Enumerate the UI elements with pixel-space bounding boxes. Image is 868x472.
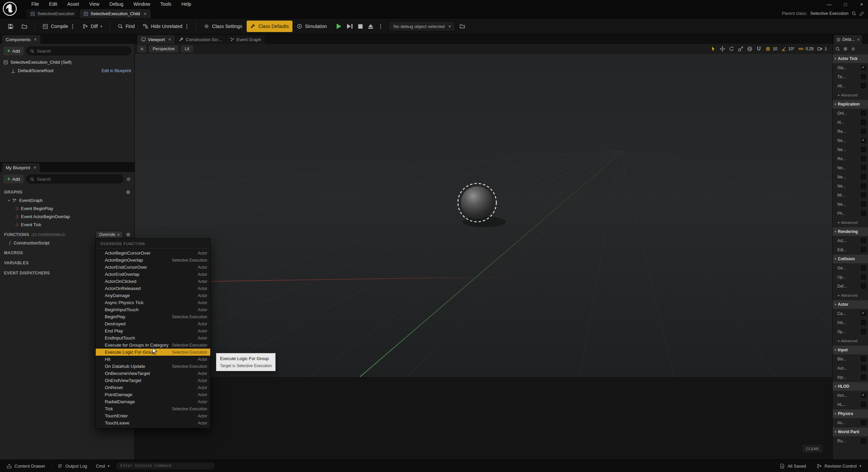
checkbox[interactable]: ✓ [861, 129, 866, 134]
override-dropdown-button[interactable]: Override ▾ [96, 231, 123, 238]
browse-asset-button[interactable] [18, 21, 31, 32]
override-menu-item[interactable]: AnyDamage Actor [96, 292, 210, 299]
details-row[interactable]: ▾ ▸ Sp... ✓ [833, 327, 868, 336]
components-search-input[interactable] [37, 49, 127, 54]
add-function-icon[interactable]: ⊕ [126, 232, 130, 237]
checkbox[interactable]: ✓ [861, 193, 866, 198]
details-row[interactable]: ▾ ▸ Advanced ✓ [833, 218, 868, 227]
revision-control-button[interactable]: Revision Control ▾ [814, 462, 864, 470]
close-icon[interactable]: × [857, 37, 860, 42]
details-row[interactable]: ▾ ▸ Ca... ✓ [833, 309, 868, 318]
edit-in-blueprint-link[interactable]: Edit in Blueprint [101, 68, 131, 73]
caret-down-icon[interactable]: ▾ [8, 199, 10, 202]
details-row[interactable]: ▾ ▸ Incl... ✓ [833, 391, 868, 400]
grid-snap-icon[interactable] [765, 46, 771, 52]
override-menu-item[interactable]: PointDamage Actor [96, 391, 210, 398]
play-button[interactable] [337, 24, 341, 29]
close-icon[interactable]: × [34, 37, 37, 42]
checkbox[interactable]: ✓ [861, 83, 866, 88]
override-menu-item[interactable]: TouchEnter Actor [96, 412, 210, 419]
gear-icon[interactable] [851, 47, 856, 51]
details-row[interactable]: ▾ ▸ Ne... ✓ [833, 181, 868, 190]
details-row[interactable]: ▾ ▸ Tic... ✓ [833, 72, 868, 81]
move-tool-icon[interactable] [720, 46, 725, 52]
details-row[interactable]: ▾ ▸ Ne... ✓ [833, 200, 868, 209]
menu-item[interactable]: View [84, 0, 104, 8]
details-row[interactable]: ▾ ▸ Ne... ✓ [833, 145, 868, 154]
checkbox[interactable]: ✓ [861, 356, 866, 361]
camera-speed-icon[interactable] [817, 46, 823, 52]
checkbox[interactable]: ✓ [861, 365, 866, 371]
tab-viewport[interactable]: Viewport × [137, 35, 175, 44]
blueprint-event-item[interactable]: ◇ Event ActorBeginOverlap [0, 212, 134, 220]
output-log-button[interactable]: Output Log [55, 462, 90, 470]
details-row[interactable]: ▾ ▸ World Parti ✓ [833, 427, 868, 436]
minimize-button[interactable]: — [826, 2, 832, 7]
search-icon[interactable] [835, 47, 840, 51]
details-row[interactable]: ▾ ▸ Ne... ✓ [833, 163, 868, 172]
details-row[interactable]: ▾ ▸ HL... ✓ [833, 400, 868, 409]
perspective-button[interactable]: Perspective [149, 45, 178, 53]
close-button[interactable]: × [859, 2, 865, 7]
override-menu-item[interactable]: OnEndViewTarget Actor [96, 377, 210, 384]
sphere-actor[interactable] [461, 186, 494, 219]
override-menu-item[interactable]: OnBecomeViewTarget Actor [96, 370, 210, 377]
checkbox[interactable]: ✓ [861, 402, 866, 407]
tab-components[interactable]: Components × [2, 35, 40, 44]
scale-tool-icon[interactable] [738, 46, 743, 52]
details-row[interactable]: ▾ ▸ Aut... ✓ [833, 363, 868, 373]
simulation-button[interactable]: Simulation [293, 21, 331, 32]
rotate-tool-icon[interactable] [729, 46, 734, 52]
tab-event-graph[interactable]: Event Graph [226, 35, 265, 44]
details-row[interactable]: ▾ ▸ Actor ✓ [833, 300, 868, 309]
cmd-dropdown[interactable]: Cmd ▾ [93, 462, 112, 470]
menu-item[interactable]: Window [128, 0, 155, 8]
scale-snap-icon[interactable] [798, 46, 804, 52]
checkbox[interactable]: ✓ [861, 165, 866, 170]
save-button[interactable] [4, 21, 17, 32]
graphs-section-header[interactable]: GRAPHS ⊕ [0, 188, 134, 196]
kebab-icon[interactable] [380, 26, 381, 27]
details-row[interactable]: ▾ ▸ Ne... ✓ [833, 172, 868, 181]
my-blueprint-search-input[interactable] [37, 177, 120, 182]
all-saved-status[interactable]: All Saved [777, 462, 809, 470]
kebab-icon[interactable] [186, 26, 187, 27]
checkbox[interactable]: ✓ [861, 311, 866, 316]
tab-construction-script[interactable]: Construction Scr... [176, 35, 225, 44]
menu-item[interactable]: Edit [44, 0, 62, 8]
checkbox[interactable]: ✓ [861, 274, 866, 279]
grid-snap-value[interactable]: 10 [773, 47, 777, 51]
details-row[interactable]: ▾ ▸ Act... ✓ [833, 236, 868, 245]
override-menu-item[interactable]: Destroyed Actor [96, 320, 210, 327]
checkbox[interactable]: ✓ [861, 174, 866, 179]
details-row[interactable]: ▾ ▸ Re... ✓ [833, 127, 868, 136]
settings-gear-icon[interactable] [126, 177, 131, 182]
search-icon[interactable] [851, 11, 856, 16]
details-row[interactable]: ▾ ▸ Ge... ✓ [833, 263, 868, 272]
debug-object-dropdown[interactable]: No debug object selected ▾ [389, 21, 455, 31]
checkbox[interactable]: ✓ [861, 238, 866, 243]
edit-icon[interactable] [859, 11, 864, 16]
viewport-menu-button[interactable]: ≡ [137, 45, 146, 53]
override-menu-item[interactable]: BeginInputTouch Actor [96, 306, 210, 313]
details-row[interactable]: ▾ ▸ As... ✓ [833, 418, 868, 427]
kebab-icon[interactable] [72, 26, 73, 27]
override-menu-item[interactable]: ActorOnReleased Actor [96, 285, 210, 292]
override-menu-item[interactable]: BeginPlay Selective Execution [96, 313, 210, 320]
checkbox[interactable]: ✓ [861, 120, 866, 125]
checkbox[interactable]: ✓ [861, 265, 866, 270]
override-menu-item[interactable]: ActorBeginOverlap Selective Execution [96, 257, 210, 264]
details-row[interactable]: ▾ ▸ Physics ✓ [833, 409, 868, 418]
debug-browse-button[interactable] [456, 21, 469, 32]
tab-details[interactable]: Deta... × [834, 35, 862, 44]
asset-tab-selectiveexecution-child[interactable]: SelectiveExecution_Child × [80, 9, 151, 18]
override-menu-item[interactable]: ActorEndOverlap Actor [96, 271, 210, 278]
details-row[interactable]: ▾ ▸ Init... ✓ [833, 318, 868, 327]
hide-unrelated-button[interactable]: Hide Unrelated [139, 21, 192, 32]
diff-button[interactable]: Diff ▾ [79, 21, 106, 32]
add-graph-icon[interactable]: ⊕ [126, 189, 130, 195]
checkbox[interactable]: ✓ [861, 284, 866, 289]
select-tool-icon[interactable] [711, 46, 716, 52]
close-icon[interactable]: × [144, 11, 147, 17]
class-settings-button[interactable]: Class Settings [200, 21, 246, 32]
